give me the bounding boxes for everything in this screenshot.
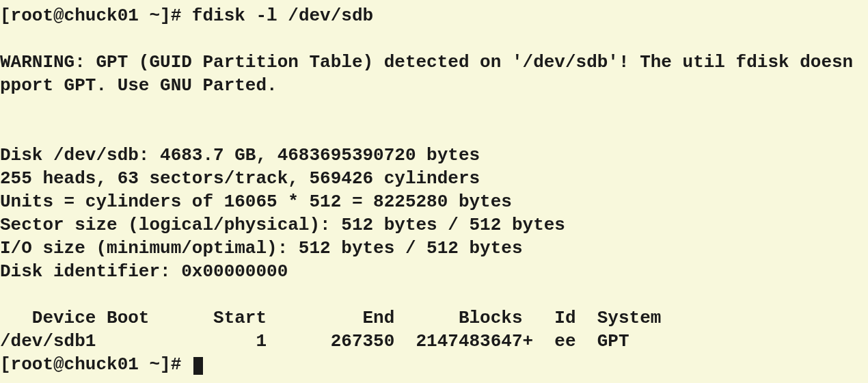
cursor[interactable] [193,357,203,375]
disk-info-line: 255 heads, 63 sectors/track, 569426 cyli… [0,168,480,189]
command-text: fdisk -l /dev/sdb [192,5,373,26]
warning-line-1: WARNING: GPT (GUID Partition Table) dete… [0,52,853,72]
prompt-line-2: [root@chuck01 ~]# [0,354,203,375]
prompt-text: [root@chuck01 ~]# [0,5,192,26]
warning-line-2: pport GPT. Use GNU Parted. [0,75,277,96]
disk-info-line: Sector size (logical/physical): 512 byte… [0,215,565,235]
disk-info-line: I/O size (minimum/optimal): 512 bytes / … [0,238,523,259]
partition-table-row: /dev/sdb1 1 267350 2147483647+ ee GPT [0,331,629,352]
terminal-output[interactable]: [root@chuck01 ~]# fdisk -l /dev/sdb WARN… [0,0,868,376]
partition-table-header: Device Boot Start End Blocks Id System [0,308,661,328]
prompt-text: [root@chuck01 ~]# [0,354,192,375]
prompt-line-1: [root@chuck01 ~]# fdisk -l /dev/sdb [0,5,373,26]
disk-info-line: Units = cylinders of 16065 * 512 = 82252… [0,192,512,212]
disk-info-line: Disk /dev/sdb: 4683.7 GB, 4683695390720 … [0,145,480,166]
disk-info-line: Disk identifier: 0x00000000 [0,261,288,282]
